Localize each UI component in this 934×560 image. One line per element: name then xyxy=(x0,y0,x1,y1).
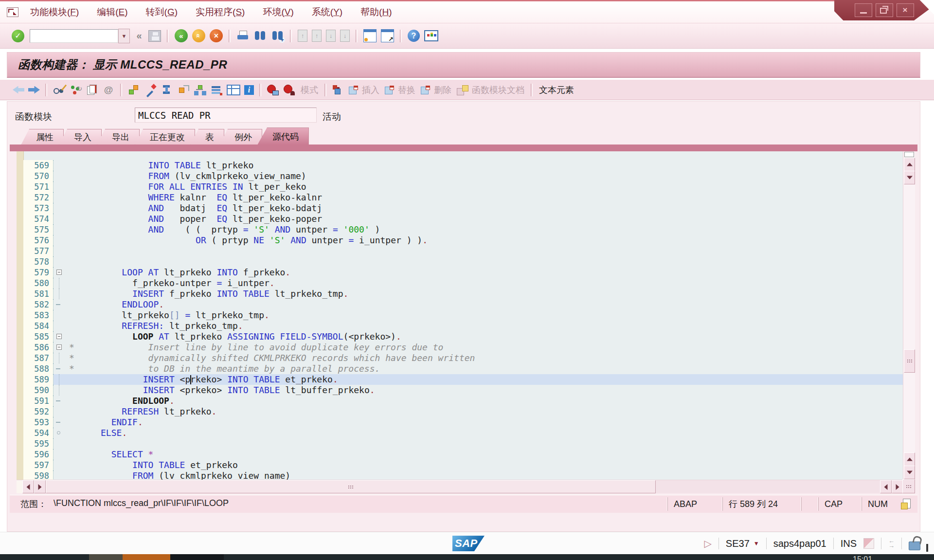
text-elements-button[interactable]: 文本元素 xyxy=(538,84,575,96)
tab-导入[interactable]: 导入 xyxy=(59,129,102,145)
transaction-code[interactable]: SE37 xyxy=(726,538,750,549)
vscroll-splitter-grip[interactable] xyxy=(904,349,915,373)
taskbar-item[interactable] xyxy=(123,554,170,560)
code-line-584[interactable]: 584 REFRESH: lt_prkeko_tmp. xyxy=(23,321,903,331)
table-view-icon[interactable] xyxy=(227,85,240,95)
code-line-596[interactable]: 596 SELECT * xyxy=(23,449,903,460)
source-code-editor[interactable]: 569 INTO TABLE lt_prkeko570 FROM (lv_ckm… xyxy=(17,151,915,493)
code-line-581[interactable]: 581 INSERT f_prkeko INTO TABLE lt_prkeko… xyxy=(23,289,903,299)
hierarchy-icon[interactable] xyxy=(194,84,206,96)
menu-item-G[interactable]: 转到(G) xyxy=(145,5,179,19)
cancel-icon[interactable]: × xyxy=(210,29,223,42)
test-icon[interactable] xyxy=(161,84,173,96)
previous-page-icon[interactable]: ↑ xyxy=(312,30,322,42)
first-page-icon[interactable]: ↑ xyxy=(298,30,307,42)
code-line-597[interactable]: 597 INTO TABLE et_prkeko xyxy=(23,460,903,470)
menu-item-F[interactable]: 功能模块(F) xyxy=(29,5,80,19)
box-marker[interactable] xyxy=(56,334,62,339)
menu-item-Y[interactable]: 系统(Y) xyxy=(311,5,343,19)
code-line-569[interactable]: 569 INTO TABLE lt_prkeko xyxy=(23,160,903,171)
pretty-printer-icon[interactable] xyxy=(127,84,140,96)
code-line-583[interactable]: 583 lt_prkeko[] = lt_prkeko_tmp. xyxy=(23,310,903,321)
scroll-left-button[interactable] xyxy=(22,480,34,493)
code-line-594[interactable]: 594 ELSE. xyxy=(23,428,903,438)
vscroll-thumb[interactable] xyxy=(904,152,914,157)
close-button[interactable]: × xyxy=(897,3,914,17)
info-icon[interactable]: i xyxy=(244,85,254,95)
code-line-585[interactable]: 585 LOOP AT lt_prkeko ASSIGNING FIELD-SY… xyxy=(23,331,903,342)
code-line-570[interactable]: 570 FROM (lv_ckmlprkeko_view_name) xyxy=(23,171,903,181)
scroll-right-button-end[interactable] xyxy=(892,480,903,493)
code-line-571[interactable]: 571 FOR ALL ENTRIES IN lt_per_keko xyxy=(23,181,903,192)
copy-blocks-icon[interactable] xyxy=(332,84,344,96)
command-input[interactable] xyxy=(30,29,118,43)
code-line-573[interactable]: 573 AND bdatj EQ lt_per_keko-bdatj xyxy=(23,203,903,214)
insert-mode-indicator[interactable]: INS xyxy=(841,538,857,549)
display-change-icon[interactable] xyxy=(53,84,65,96)
back-icon[interactable]: « xyxy=(175,29,188,42)
code-line-591[interactable]: 591 ENDLOOP. xyxy=(23,396,903,406)
enter-icon[interactable]: ✓ xyxy=(12,30,24,42)
customize-layout-icon[interactable] xyxy=(424,30,438,41)
scrollbar-corner-grip[interactable] xyxy=(902,479,915,493)
code-line-575[interactable]: 575 AND ( ( prtyp = 'S' AND untper = '00… xyxy=(23,224,903,235)
tab-源代码[interactable]: 源代码 xyxy=(257,127,309,145)
response-time-icon[interactable] xyxy=(863,538,874,549)
code-line-579[interactable]: 579 LOOP AT lt_prkeko INTO f_prkeko. xyxy=(23,267,903,278)
breakpoint-user-icon[interactable] xyxy=(283,84,296,96)
transaction-dropdown-icon[interactable]: ▼ xyxy=(754,540,759,547)
last-page-icon[interactable]: ↓ xyxy=(340,30,350,42)
menu-item-H[interactable]: 帮助(H) xyxy=(359,5,393,19)
code-line-574[interactable]: 574 AND poper EQ lt_per_keko-poper xyxy=(23,214,903,224)
exit-icon[interactable]: « xyxy=(192,29,205,42)
code-line-576[interactable]: 576 OR ( prtyp NE 'S' AND untper = i_unt… xyxy=(23,235,903,246)
find-next-icon[interactable]: + xyxy=(271,29,284,42)
taskbar-item[interactable] xyxy=(170,554,224,560)
code-line-592[interactable]: 592 REFRESH lt_prkeko. xyxy=(23,406,903,417)
code-line-580[interactable]: 580 f_prkeko-untper = i_untper. xyxy=(23,278,903,289)
tab-属性[interactable]: 属性 xyxy=(21,129,64,145)
scroll-up-button-bottom[interactable] xyxy=(904,452,915,466)
taskbar-item[interactable] xyxy=(89,554,123,560)
find-icon[interactable] xyxy=(253,29,267,42)
code-line-578[interactable]: 578 xyxy=(23,256,903,267)
scroll-left-button-end[interactable] xyxy=(880,480,892,493)
menu-item-E[interactable]: 编辑(E) xyxy=(96,5,128,19)
tab-例外[interactable]: 例外 xyxy=(219,129,262,145)
breakpoint-session-icon[interactable] xyxy=(267,84,279,96)
code-area[interactable]: 569 INTO TABLE lt_prkeko570 FROM (lv_ckm… xyxy=(23,151,903,480)
collapse-icon[interactable]: « xyxy=(134,29,144,42)
activate-refresh-icon[interactable] xyxy=(69,84,82,96)
unlocked-icon[interactable] xyxy=(909,542,920,550)
help-icon[interactable]: ? xyxy=(408,30,420,42)
save-icon[interactable] xyxy=(148,30,161,42)
worklist-icon[interactable] xyxy=(901,499,911,509)
code-line-589[interactable]: 589 INSERT <prkeko> INTO TABLE et_prkeko… xyxy=(23,374,903,385)
menu-item-S[interactable]: 实用程序(S) xyxy=(195,5,246,19)
code-line-587[interactable]: 587* dynamically shifted CKMLPRKEKO reco… xyxy=(23,353,903,363)
tab-正在更改[interactable]: 正在更改 xyxy=(135,129,195,145)
restore-button[interactable] xyxy=(876,3,893,17)
sort-icon[interactable] xyxy=(210,84,223,96)
scroll-down-button-bottom[interactable] xyxy=(904,466,915,479)
back-arrow-icon[interactable] xyxy=(13,86,24,94)
tab-导出[interactable]: 导出 xyxy=(97,129,140,145)
minimize-button[interactable] xyxy=(855,3,872,17)
code-line-586[interactable]: 586* Insert line by line to avoid duplic… xyxy=(23,342,903,353)
code-line-598[interactable]: 598 FROM (lv_ckmlprkeko_view_name) xyxy=(23,470,903,480)
scroll-right-button[interactable] xyxy=(34,480,46,493)
code-line-572[interactable]: 572 WHERE kalnr EQ lt_per_keko-kalnr xyxy=(23,192,903,203)
forward-arrow-icon[interactable] xyxy=(28,86,40,94)
trace-icon[interactable]: @ xyxy=(102,84,115,96)
system-menu-icon[interactable] xyxy=(7,7,18,17)
command-dropdown-icon[interactable]: ▼ xyxy=(118,29,130,43)
code-line-593[interactable]: 593 ENDIF. xyxy=(23,417,903,428)
next-page-icon[interactable]: ↓ xyxy=(326,30,336,42)
function-module-input[interactable] xyxy=(135,108,317,123)
code-line-595[interactable]: 595 xyxy=(23,438,903,449)
hscroll-thumb[interactable] xyxy=(46,480,656,493)
vertical-scrollbar[interactable] xyxy=(903,151,915,480)
where-used-icon[interactable] xyxy=(177,84,190,96)
hscroll-track[interactable] xyxy=(46,480,880,493)
copy-icon[interactable] xyxy=(86,84,98,96)
